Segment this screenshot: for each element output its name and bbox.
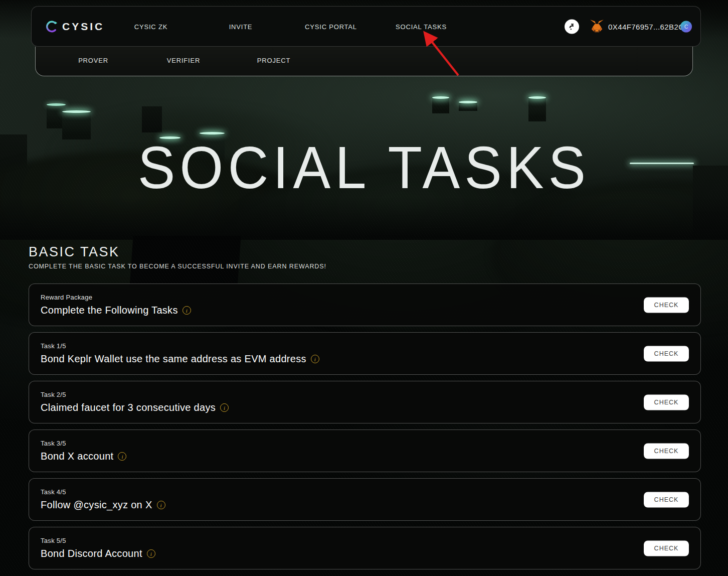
task-text: Task 5/5 Bond Discord Account i xyxy=(29,537,155,559)
task-text: Task 3/5 Bond X account i xyxy=(29,440,126,462)
account-avatar[interactable]: C xyxy=(680,21,692,32)
faucet-icon xyxy=(568,22,576,31)
cysic-logo[interactable]: CYSIC xyxy=(45,20,104,33)
section-subtitle: COMPLETE THE BASIC TASK TO BECOME A SUCC… xyxy=(29,263,326,270)
nav-item-cysic-zk[interactable]: CYSIC ZK xyxy=(134,23,167,30)
info-icon[interactable]: i xyxy=(183,306,191,315)
subnav-item-verifier[interactable]: VERIFIER xyxy=(167,56,200,64)
pillar-glow-cap xyxy=(459,101,477,103)
task-card: Task 1/5 Bond Keplr Wallet use the same … xyxy=(29,332,701,375)
check-button[interactable]: CHECK xyxy=(644,297,689,313)
task-label: Task 1/5 xyxy=(41,342,319,350)
task-label: Reward Package xyxy=(41,294,191,301)
info-icon[interactable]: i xyxy=(118,452,126,461)
bg-pillar xyxy=(528,98,546,121)
task-text: Task 4/5 Follow @cysic_xyz on X i xyxy=(29,488,165,511)
info-icon[interactable]: i xyxy=(157,501,165,509)
logo-wordmark: CYSIC xyxy=(62,21,104,33)
task-title-row: Follow @cysic_xyz on X i xyxy=(41,499,165,511)
task-title: Claimed faucet for 3 consecutive days xyxy=(41,402,216,413)
task-text: Reward Package Complete the Following Ta… xyxy=(29,294,191,316)
task-title: Bond X account xyxy=(41,451,113,462)
pillar-glow-cap xyxy=(62,110,91,113)
task-label: Task 2/5 xyxy=(41,391,229,398)
info-icon[interactable]: i xyxy=(147,549,155,558)
metamask-fox-icon[interactable] xyxy=(589,19,605,34)
bg-pillar xyxy=(142,106,162,132)
task-title-row: Bond Keplr Wallet use the same address a… xyxy=(41,353,319,365)
task-label: Task 3/5 xyxy=(41,440,126,447)
nav-item-social-tasks[interactable]: SOCIAL TASKS xyxy=(396,23,447,30)
task-title-row: Bond Discord Account i xyxy=(41,548,155,559)
task-text: Task 1/5 Bond Keplr Wallet use the same … xyxy=(29,342,319,365)
task-title: Complete the Following Tasks xyxy=(41,305,178,316)
task-list: Reward Package Complete the Following Ta… xyxy=(29,283,701,575)
pillar-glow-cap xyxy=(528,96,546,99)
task-label: Task 4/5 xyxy=(41,488,165,496)
bg-pillar xyxy=(459,103,477,111)
subnav-item-prover[interactable]: PROVER xyxy=(78,56,108,64)
nav-item-invite[interactable]: INVITE xyxy=(229,23,253,30)
task-title-row: Claimed faucet for 3 consecutive days i xyxy=(41,402,229,413)
section-title: BASIC TASK xyxy=(29,244,120,260)
task-title: Bond Keplr Wallet use the same address a… xyxy=(41,353,306,365)
task-title-row: Bond X account i xyxy=(41,451,126,462)
subnav-item-project[interactable]: PROJECT xyxy=(257,56,290,64)
pillar-glow-cap xyxy=(432,96,449,99)
check-button[interactable]: CHECK xyxy=(644,540,689,556)
check-button[interactable]: CHECK xyxy=(644,443,689,459)
info-icon[interactable]: i xyxy=(220,403,229,412)
cysic-logo-icon xyxy=(45,20,58,33)
task-title: Bond Discord Account xyxy=(41,548,142,559)
task-title-row: Complete the Following Tasks i xyxy=(41,305,191,316)
faucet-button[interactable] xyxy=(565,19,579,34)
bg-dark-block xyxy=(129,236,241,288)
task-card: Task 4/5 Follow @cysic_xyz on X i CHECK xyxy=(29,478,701,521)
task-card: Task 5/5 Bond Discord Account i CHECK xyxy=(29,527,701,569)
info-icon[interactable]: i xyxy=(311,355,319,363)
task-card: Reward Package Complete the Following Ta… xyxy=(29,283,701,326)
hero-title: SOCIAL TASKS xyxy=(0,133,728,202)
task-card: Task 3/5 Bond X account i CHECK xyxy=(29,429,701,472)
task-title: Follow @cysic_xyz on X xyxy=(41,499,152,511)
secondary-navbar: PROVER VERIFIER PROJECT xyxy=(35,47,693,76)
check-button[interactable]: CHECK xyxy=(644,492,689,507)
wallet-address[interactable]: 0X44F76957...62B2C xyxy=(608,22,684,31)
task-label: Task 5/5 xyxy=(41,537,155,544)
hero-fade xyxy=(0,197,728,240)
check-button[interactable]: CHECK xyxy=(644,394,689,410)
bg-pillar xyxy=(432,98,449,113)
top-navbar: CYSIC CYSIC ZK INVITE CYSIC PORTAL SOCIA… xyxy=(31,6,701,47)
task-card: Task 2/5 Claimed faucet for 3 consecutiv… xyxy=(29,381,701,423)
nav-item-cysic-portal[interactable]: CYSIC PORTAL xyxy=(305,23,357,30)
check-button[interactable]: CHECK xyxy=(644,346,689,361)
task-text: Task 2/5 Claimed faucet for 3 consecutiv… xyxy=(29,391,229,413)
pillar-glow-cap xyxy=(47,103,66,106)
